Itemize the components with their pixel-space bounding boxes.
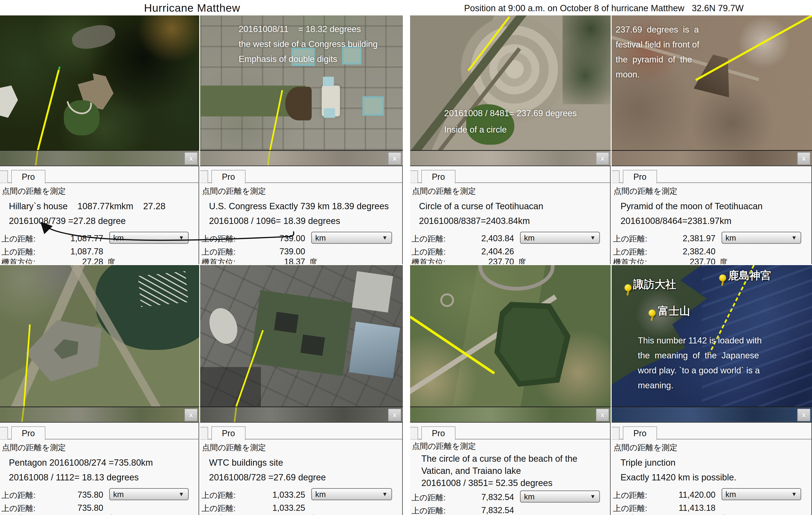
ruler-dialog: Pro 点間の距離を測定 WTC buildings site 20161008… (200, 423, 403, 515)
map-distance-value: 1,033.25 (200, 490, 305, 500)
unit-select[interactable]: km▼ (311, 232, 392, 244)
close-button[interactable]: x (184, 152, 198, 165)
page-title: Hurricane Matthew (144, 1, 240, 14)
tab-partial[interactable] (0, 170, 8, 183)
unit-select[interactable]: km▼ (109, 232, 189, 244)
tab-partial[interactable] (200, 170, 208, 183)
ground-distance-value: 7,832.54 (410, 506, 514, 515)
close-button[interactable]: x (184, 409, 198, 421)
heading-row: 機首方位: 27.28 度 (0, 255, 199, 264)
note-line-1: WTC buildings site (209, 458, 402, 468)
unit-select-value: km (315, 233, 326, 242)
close-button[interactable]: x (596, 152, 609, 165)
heading-row: 機首方位: 325.96 度 (612, 512, 811, 515)
measurement-line (0, 265, 199, 406)
overlay-text: 20161008 / 8481= 237.69 degrees (444, 109, 577, 118)
ruler-dialog: Pro 点間の距離を測定 The circle of a curse of th… (410, 423, 611, 515)
tab-bar: Pro (410, 170, 610, 183)
heading-row: 機首方位: 52.35 度 (410, 514, 610, 515)
tab-pro[interactable]: Pro (11, 426, 46, 440)
tab-partial[interactable] (410, 427, 418, 439)
heading-value: 18.13 (0, 513, 103, 515)
map-distance-value: 739.00 (200, 233, 305, 244)
close-button[interactable]: x (388, 152, 401, 165)
unit-select[interactable]: km▼ (520, 490, 600, 503)
subtitle-hurricane-position: Position at 9:00 a.m. on October 8 of hu… (464, 3, 744, 13)
close-button[interactable]: x (388, 409, 401, 421)
measurement-line (410, 265, 611, 406)
tab-pro[interactable]: Pro (421, 426, 456, 440)
tab-pro[interactable]: Pro (421, 170, 456, 183)
ruler-dialog: Pro 点間の距離を測定 Triple junction Exactly 114… (612, 423, 812, 515)
pin-label: 諏訪大社 (633, 277, 676, 292)
unit-select[interactable]: km▼ (109, 488, 189, 500)
measurement-line (200, 265, 403, 406)
unit-select[interactable]: km▼ (722, 232, 802, 244)
unit-select[interactable]: km▼ (520, 232, 600, 244)
map-distance-row: 上の距離: 2,403.84 km▼ (410, 232, 610, 245)
pushpin-icon[interactable] (719, 275, 726, 282)
note-line-1: Triple junction (620, 458, 811, 468)
tab-pro[interactable]: Pro (11, 170, 46, 183)
tab-pro[interactable]: Pro (211, 170, 245, 183)
unit-select[interactable]: km▼ (311, 488, 392, 500)
pushpin-icon[interactable] (625, 284, 632, 291)
overlay-text: moon. (616, 70, 640, 80)
measurement-rows: 上の距離: 739.00 km▼ 上の距離: 739.00 機首方位: 18.3… (200, 232, 402, 264)
map-distance-row: 上の距離: 735.80 km▼ (0, 488, 199, 501)
satellite-image-congress: 20161008/11 = 18.32 degrees the west sid… (200, 16, 403, 150)
tab-partial[interactable] (0, 427, 8, 439)
chevron-down-icon: ▼ (179, 491, 184, 497)
tab-pro[interactable]: Pro (211, 426, 245, 440)
blurred-strip: x (0, 150, 199, 166)
chevron-down-icon: ▼ (382, 491, 388, 497)
collage-page: Hurricane Matthew Position at 9:00 a.m. … (0, 0, 812, 515)
tab-partial[interactable] (612, 170, 619, 183)
overlay-text: word play. `to a good world` is a (638, 366, 760, 375)
heading-value: 27.69 (200, 513, 305, 515)
tab-partial[interactable] (200, 427, 208, 439)
note-line-2: 20161008/8387=2403.84km (419, 216, 610, 226)
close-button[interactable]: x (797, 409, 810, 421)
degree-unit: 度 (309, 257, 317, 264)
unit-select[interactable]: km▼ (722, 488, 802, 500)
tab-partial[interactable] (410, 170, 418, 183)
blurred-strip: x (410, 150, 611, 166)
note-line-3: 20161008 / 3851= 52.35 degrees (421, 478, 610, 488)
map-distance-row: 上の距離: 11,420.00 km▼ (612, 488, 811, 501)
close-button[interactable]: x (596, 409, 609, 421)
measurement-line (612, 16, 812, 150)
overlay-text: 20161008/11 = 18.32 degrees (239, 24, 361, 34)
map-distance-row: 上の距離: 7,832.54 km▼ (410, 490, 610, 504)
panel-triple-junction: 諏訪大社 鹿島神宮 富士山 This number 1142 is loaded… (612, 265, 812, 515)
satellite-image-japan: 諏訪大社 鹿島神宮 富士山 This number 1142 is loaded… (612, 265, 812, 406)
pushpin-icon[interactable] (648, 310, 656, 317)
tab-partial[interactable] (612, 427, 619, 439)
tab-bar: Pro (200, 426, 402, 439)
measure-title: 点間の距離を測定 (613, 186, 811, 197)
satellite-image-circle: 20161008 / 8481= 237.69 degrees Inside o… (410, 16, 611, 150)
ruler-dialog: Pro 点間の距離を測定 Hillary`s house 1087.77kmkm… (0, 166, 199, 264)
note-line-2: Vatican, and Traiano lake (421, 466, 610, 476)
map-distance-value: 11,420.00 (612, 490, 716, 500)
degree-unit: 度 (719, 257, 727, 264)
measure-title: 点間の距離を測定 (2, 442, 199, 453)
close-button[interactable]: x (797, 152, 810, 165)
map-distance-row: 上の距離: 1,033.25 km▼ (200, 488, 402, 501)
heading-row: 機首方位: 237.70 度 (410, 255, 610, 264)
map-distance-value: 7,832.54 (410, 492, 514, 502)
tab-pro[interactable]: Pro (623, 170, 657, 183)
note-line-2: 20161008/728 =27.69 degree (209, 473, 402, 483)
pin-label: 鹿島神宮 (728, 268, 771, 283)
tab-pro[interactable]: Pro (623, 426, 657, 440)
note-line-1: The circle of a curse of the beach of th… (421, 454, 610, 464)
satellite-image-wtc (200, 265, 403, 406)
pin-label: 富士山 (658, 304, 690, 318)
blurred-strip: x (200, 150, 403, 166)
satellite-image-traiano (410, 265, 611, 406)
chevron-down-icon: ▼ (179, 234, 184, 241)
ground-distance-row: 上の距離: 7,832.54 (410, 504, 610, 514)
satellite-image-hillarys-house (0, 16, 199, 150)
note-line-1: Pyramid of the moon of Teotihuacan (620, 201, 811, 211)
ground-distance-row: 上の距離: 739.00 (200, 245, 402, 255)
